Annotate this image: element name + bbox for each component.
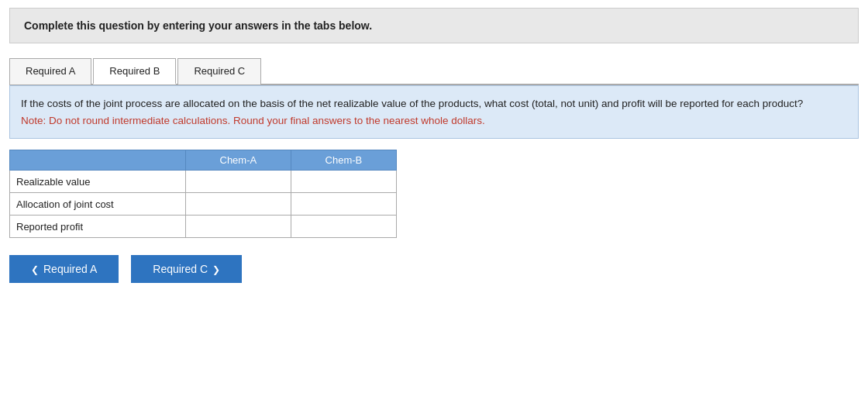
row-label-allocation: Allocation of joint cost (10, 193, 186, 216)
allocation-chemb-input[interactable] (291, 193, 396, 215)
row-label-profit: Reported profit (10, 216, 186, 238)
chevron-right-icon (212, 263, 220, 275)
question-box: If the costs of the joint process are al… (9, 85, 859, 139)
profit-chema-input[interactable] (186, 216, 291, 237)
profit-chema-cell[interactable] (185, 216, 291, 238)
realizable-chemb-cell[interactable] (291, 171, 396, 193)
allocation-chema-cell[interactable] (185, 193, 291, 216)
tab-required-b[interactable]: Required B (93, 58, 176, 84)
tab-required-c[interactable]: Required C (177, 58, 261, 84)
tab-required-a[interactable]: Required A (9, 58, 91, 84)
realizable-chema-cell[interactable] (185, 171, 291, 193)
question-note: Note: Do not round intermediate calculat… (21, 115, 485, 126)
instruction-text: Complete this question by entering your … (24, 19, 372, 32)
prev-button[interactable]: Required A (9, 255, 119, 283)
table-row: Realizable value (10, 171, 397, 193)
table-row: Reported profit (10, 216, 397, 238)
chevron-left-icon (31, 263, 39, 275)
realizable-chemb-input[interactable] (291, 171, 396, 192)
next-button[interactable]: Required C (131, 255, 242, 283)
question-body: If the costs of the joint process are al… (21, 98, 803, 109)
table-row: Allocation of joint cost (10, 193, 397, 216)
realizable-chema-input[interactable] (186, 171, 291, 192)
allocation-chema-input[interactable] (186, 193, 291, 215)
data-table-area: Chem-A Chem-B Realizable value Allocatio… (9, 150, 859, 238)
empty-col-header (10, 150, 186, 171)
profit-chemb-input[interactable] (291, 216, 396, 237)
main-table: Chem-A Chem-B Realizable value Allocatio… (9, 150, 397, 238)
buttons-area: Required A Required C (9, 255, 859, 283)
tabs-container: Required A Required B Required C (9, 57, 859, 85)
row-label-realizable: Realizable value (10, 171, 186, 193)
instruction-bar: Complete this question by entering your … (9, 8, 859, 43)
profit-chemb-cell[interactable] (291, 216, 396, 238)
allocation-chemb-cell[interactable] (291, 193, 396, 216)
col-chem-a-header: Chem-A (185, 150, 291, 171)
col-chem-b-header: Chem-B (291, 150, 396, 171)
next-button-label: Required C (153, 263, 208, 275)
prev-button-label: Required A (43, 263, 97, 275)
